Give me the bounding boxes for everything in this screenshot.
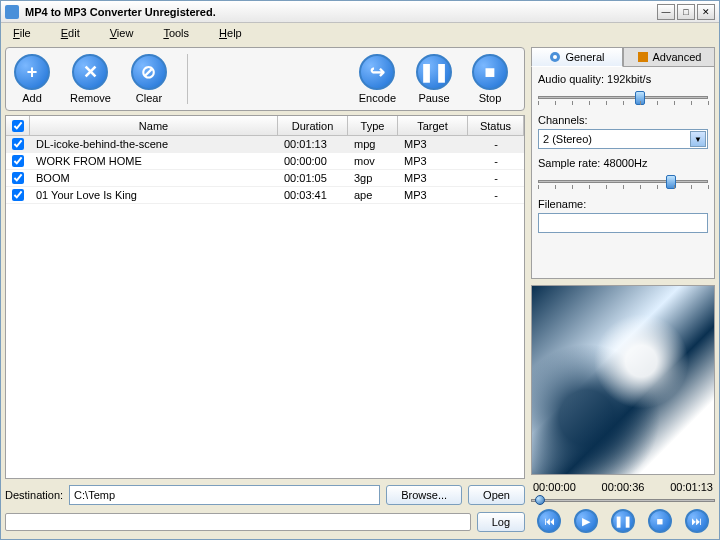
pause-player-button[interactable]: ❚❚ [611,509,635,533]
sample-label: Sample rate: 48000Hz [538,157,708,169]
tab-advanced[interactable]: Advanced [623,47,715,67]
pause-button[interactable]: ❚❚ Pause [416,54,452,104]
stop-label: Stop [479,92,502,104]
row-duration: 00:01:05 [278,170,348,186]
log-button[interactable]: Log [477,512,525,532]
row-duration: 00:03:41 [278,187,348,203]
encode-label: Encode [359,92,396,104]
quality-slider[interactable] [538,88,708,108]
destination-label: Destination: [5,489,63,501]
row-check[interactable] [6,170,30,186]
preview-image [532,286,714,474]
add-label: Add [22,92,42,104]
open-button[interactable]: Open [468,485,525,505]
row-name: 01 Your Love Is King [30,187,278,203]
log-row: Log [5,511,525,533]
row-target: MP3 [398,187,468,203]
menu-view[interactable]: View [100,25,154,41]
file-table: Name Duration Type Target Status DL-icok… [5,115,525,479]
row-type: mov [348,153,398,169]
table-row[interactable]: 01 Your Love Is King00:03:41apeMP3- [6,187,524,204]
chevron-down-icon: ▼ [690,131,706,147]
time-start: 00:00:00 [533,481,576,493]
col-target[interactable]: Target [398,116,468,135]
advanced-icon [637,51,649,63]
close-button[interactable]: ✕ [697,4,715,20]
x-icon: ✕ [72,54,108,90]
encode-icon: ↪ [359,54,395,90]
row-name: WORK FROM HOME [30,153,278,169]
add-button[interactable]: + Add [14,54,50,104]
seek-slider[interactable] [531,495,715,507]
table-row[interactable]: DL-icoke-behind-the-scene00:01:13mpgMP3- [6,136,524,153]
table-body: DL-icoke-behind-the-scene00:01:13mpgMP3-… [6,136,524,204]
filename-label: Filename: [538,198,708,210]
destination-row: Destination: Browse... Open [5,483,525,507]
main-toolbar: + Add ✕ Remove ⊘ Clear ↪ Encode [5,47,525,111]
row-type: 3gp [348,170,398,186]
sample-slider[interactable] [538,172,708,192]
player-controls: 00:00:00 00:00:36 00:01:13 ⏮ ▶ ❚❚ ■ ⏭ [531,481,715,533]
tab-panel-general: Audio quality: 192kbit/s Channels: 2 (St… [531,67,715,279]
channels-label: Channels: [538,114,708,126]
destination-input[interactable] [69,485,380,505]
row-name: BOOM [30,170,278,186]
minimize-button[interactable]: — [657,4,675,20]
table-row[interactable]: BOOM00:01:053gpMP3- [6,170,524,187]
row-status: - [468,136,524,152]
row-target: MP3 [398,170,468,186]
row-status: - [468,187,524,203]
row-name: DL-icoke-behind-the-scene [30,136,278,152]
quality-label: Audio quality: 192kbit/s [538,73,708,85]
window-title: MP4 to MP3 Converter Unregistered. [25,6,655,18]
settings-tabs: General Advanced Audio quality: 192kbit/… [531,47,715,279]
gear-icon [549,51,561,63]
row-check[interactable] [6,153,30,169]
title-bar: MP4 to MP3 Converter Unregistered. — □ ✕ [1,1,719,23]
time-end: 00:01:13 [670,481,713,493]
row-duration: 00:00:00 [278,153,348,169]
clear-icon: ⊘ [131,54,167,90]
col-check[interactable] [6,116,30,135]
row-type: ape [348,187,398,203]
row-check[interactable] [6,136,30,152]
table-header: Name Duration Type Target Status [6,116,524,136]
toolbar-divider [187,54,188,104]
col-duration[interactable]: Duration [278,116,348,135]
col-name[interactable]: Name [30,116,278,135]
encode-button[interactable]: ↪ Encode [359,54,396,104]
browse-button[interactable]: Browse... [386,485,462,505]
stop-button[interactable]: ■ Stop [472,54,508,104]
channels-select[interactable]: 2 (Stereo) ▼ [538,129,708,149]
pause-icon: ❚❚ [416,54,452,90]
remove-button[interactable]: ✕ Remove [70,54,111,104]
tab-general[interactable]: General [531,47,623,67]
row-type: mpg [348,136,398,152]
clear-button[interactable]: ⊘ Clear [131,54,167,104]
pause-label: Pause [418,92,449,104]
row-duration: 00:01:13 [278,136,348,152]
stop-player-button[interactable]: ■ [648,509,672,533]
filename-input[interactable] [538,213,708,233]
prev-button[interactable]: ⏮ [537,509,561,533]
next-button[interactable]: ⏭ [685,509,709,533]
table-row[interactable]: WORK FROM HOME00:00:00movMP3- [6,153,524,170]
clear-label: Clear [136,92,162,104]
preview-pane [531,285,715,475]
play-button[interactable]: ▶ [574,509,598,533]
col-status[interactable]: Status [468,116,524,135]
check-all[interactable] [12,120,24,132]
row-status: - [468,153,524,169]
app-icon [5,5,19,19]
col-type[interactable]: Type [348,116,398,135]
menu-edit[interactable]: Edit [51,25,100,41]
row-target: MP3 [398,153,468,169]
menu-tools[interactable]: Tools [153,25,209,41]
time-mid: 00:00:36 [602,481,645,493]
row-target: MP3 [398,136,468,152]
menu-help[interactable]: Help [209,25,262,41]
progress-bar [5,513,471,531]
maximize-button[interactable]: □ [677,4,695,20]
row-check[interactable] [6,187,30,203]
menu-file[interactable]: File [3,25,51,41]
